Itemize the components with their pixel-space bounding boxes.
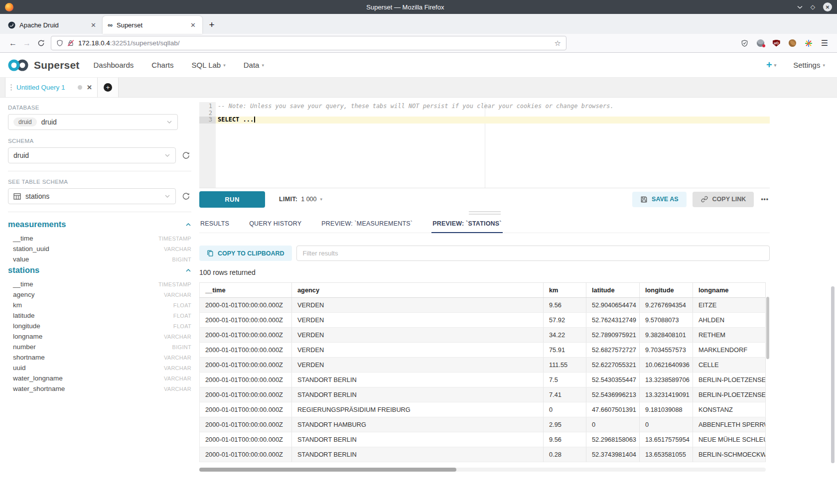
column-type: VARCHAR	[164, 246, 191, 252]
results-tab-query-history[interactable]: QUERY HISTORY	[248, 216, 302, 233]
column-header-agency[interactable]: agency	[292, 283, 544, 298]
limit-control[interactable]: LIMIT: 1 000 ▾	[279, 196, 322, 203]
collapse-chevron-up-icon[interactable]	[185, 268, 191, 272]
table-cell: VERDEN	[292, 343, 544, 358]
new-browser-tab-button[interactable]: +	[204, 17, 219, 32]
brand-name: Superset	[34, 59, 79, 71]
browser-tab-apache-druid[interactable]: Apache Druid ✕	[3, 16, 103, 34]
refresh-table-icon[interactable]	[180, 191, 191, 202]
column-row: shortnameVARCHAR	[8, 352, 191, 363]
nav-dashboards[interactable]: Dashboards	[93, 61, 134, 69]
table-header-row: __timeagencykmlatitudelongitudelongname	[200, 283, 766, 298]
cookie-extension-icon[interactable]	[789, 39, 796, 47]
table-cell: 0	[544, 402, 586, 417]
table-cell: STANDORT BERLIN	[292, 447, 544, 462]
new-item-button[interactable]: +▾	[766, 59, 776, 71]
nav-data[interactable]: Data▾	[244, 61, 264, 69]
table-cell: STANDORT HAMBURG	[292, 417, 544, 432]
settings-menu[interactable]: Settings▾	[793, 61, 825, 69]
table-cell: 52.2968158063	[586, 432, 640, 447]
collapse-chevron-up-icon[interactable]	[185, 223, 191, 227]
column-header-km[interactable]: km	[544, 283, 586, 298]
save-as-button[interactable]: SAVE AS	[632, 192, 687, 207]
pane-resize-handle[interactable]	[199, 210, 770, 215]
table-horizontal-scrollbar[interactable]	[199, 468, 766, 472]
table-cell: 47.6607501391	[586, 402, 640, 417]
results-tab-preview-stations[interactable]: PREVIEW: `STATIONS`	[431, 216, 503, 233]
query-tab-active[interactable]: Untitled Query 1 ✕	[5, 78, 98, 97]
superset-logo[interactable]: Superset	[7, 58, 79, 73]
close-window-icon[interactable]: ✕	[823, 2, 832, 11]
reload-button[interactable]	[34, 39, 48, 47]
column-type: BIGINT	[172, 344, 191, 350]
column-name: water_shortname	[13, 385, 65, 392]
column-type: VARCHAR	[164, 376, 191, 381]
url-text[interactable]: 172.18.0.4:32251/superset/sqllab/	[78, 39, 551, 47]
extension-shield-icon[interactable]	[741, 39, 748, 47]
table-cell: 10.0621640936	[640, 358, 693, 373]
close-tab-icon[interactable]: ✕	[189, 21, 197, 29]
table-cell: 34.22	[544, 328, 586, 343]
close-query-tab-icon[interactable]: ✕	[87, 84, 92, 91]
run-button[interactable]: RUN	[199, 191, 265, 208]
table-select[interactable]: stations	[8, 188, 176, 204]
table-vertical-scrollbar[interactable]	[766, 282, 770, 462]
bookmark-star-icon[interactable]: ☆	[555, 39, 561, 48]
ublock-origin-icon[interactable]: uO	[773, 40, 780, 47]
table-cell: 9.56	[544, 432, 586, 447]
colorful-asterisk-extension-icon[interactable]	[805, 39, 813, 47]
database-select[interactable]: druid druid	[8, 114, 178, 130]
chevron-down-icon	[164, 194, 170, 198]
refresh-schema-icon[interactable]	[180, 150, 191, 161]
sql-editor[interactable]: 123 -- Note: Unless you save your query,…	[199, 102, 770, 188]
table-cell: 13.3238589706	[640, 373, 693, 387]
table-cell: 52.3743981404	[586, 447, 640, 462]
minimize-icon[interactable]	[797, 5, 803, 9]
page-vertical-scrollbar[interactable]	[831, 286, 835, 463]
close-tab-icon[interactable]: ✕	[89, 21, 98, 29]
table-cell: 2000-01-01T00:00:00.000Z	[200, 447, 292, 462]
column-row: station_uuidVARCHAR	[8, 244, 191, 254]
table-section-header-stations[interactable]: stations	[8, 265, 191, 275]
add-query-tab-button[interactable]: +	[98, 78, 119, 97]
browser-tab-superset[interactable]: ∞ Superset ✕	[103, 16, 202, 34]
copy-to-clipboard-button[interactable]: COPY TO CLIPBOARD	[199, 246, 292, 261]
column-type: TIMESTAMP	[158, 236, 191, 242]
column-header-latitude[interactable]: latitude	[586, 283, 640, 298]
insecure-lock-icon[interactable]	[67, 39, 74, 47]
results-tab-preview-measurements[interactable]: PREVIEW: `MEASUREMENTS`	[320, 216, 414, 233]
url-bar[interactable]: 172.18.0.4:32251/superset/sqllab/ ☆	[51, 36, 566, 50]
tab-label: Superset	[117, 21, 185, 29]
nav-sql-lab[interactable]: SQL Lab▾	[192, 61, 226, 69]
table-cell: 2000-01-01T00:00:00.000Z	[200, 298, 292, 313]
schema-select[interactable]: druid	[8, 147, 176, 163]
browser-tabstrip: Apache Druid ✕ ∞ Superset ✕ +	[0, 14, 837, 34]
column-row: kmFLOAT	[8, 300, 191, 310]
menu-icon[interactable]: ☰	[821, 38, 828, 48]
drag-handle-icon[interactable]	[10, 84, 12, 92]
column-header-time[interactable]: __time	[200, 283, 292, 298]
line-number: 2	[199, 110, 216, 117]
column-header-longitude[interactable]: longitude	[640, 283, 693, 298]
forward-button[interactable]: →	[20, 39, 34, 48]
column-name: agency	[13, 291, 35, 298]
chevron-down-icon: ▾	[223, 63, 226, 68]
maximize-icon[interactable]: ◇	[811, 4, 815, 10]
back-button[interactable]: ←	[6, 39, 20, 48]
copy-link-button[interactable]: COPY LINK	[693, 192, 754, 207]
tracking-shield-icon[interactable]	[56, 39, 63, 47]
table-row: 2000-01-01T00:00:00.000ZSTANDORT BERLIN0…	[200, 447, 766, 462]
table-section-header-measurements[interactable]: measurements	[8, 220, 191, 229]
filter-results-input[interactable]	[296, 246, 770, 261]
nav-charts[interactable]: Charts	[151, 61, 173, 69]
more-options-icon[interactable]: •••	[760, 196, 770, 203]
column-header-longname[interactable]: longname	[693, 283, 766, 298]
druid-favicon-icon	[8, 21, 15, 29]
table-cell: REGIERUNGSPRÄSIDIUM FREIBURG	[292, 402, 544, 417]
column-name: __time	[13, 235, 33, 242]
comment-line: -- Note: Unless you save your query, the…	[216, 103, 770, 110]
mask-extension-icon[interactable]	[757, 39, 764, 47]
table-cell: 13.6517575954	[640, 432, 693, 447]
results-tab-results[interactable]: RESULTS	[199, 216, 230, 233]
column-type: VARCHAR	[164, 355, 191, 361]
